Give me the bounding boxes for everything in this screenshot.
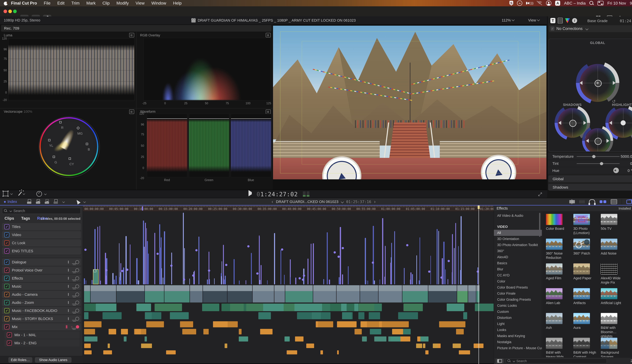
snapping-icon[interactable]: [600, 200, 606, 204]
waveform-settings-icon[interactable]: [266, 110, 271, 114]
connect-edit-button[interactable]: [26, 199, 32, 204]
audio-clip[interactable]: [84, 336, 98, 342]
connected-clip[interactable]: [452, 234, 453, 284]
connected-clip[interactable]: [209, 279, 210, 284]
connected-clip[interactable]: [342, 274, 343, 284]
role-row-eng-titles[interactable]: ✓ENG TITLES: [2, 248, 81, 254]
connected-clip[interactable]: [143, 220, 144, 284]
audio-clip[interactable]: [297, 312, 312, 319]
edit-roles-button[interactable]: Edit Roles…: [8, 357, 32, 363]
select-tool-button[interactable]: [75, 199, 80, 204]
clip-marker[interactable]: [298, 277, 301, 280]
audio-clip[interactable]: [391, 336, 400, 342]
audio-clip[interactable]: [239, 329, 242, 334]
connected-clip[interactable]: [114, 280, 115, 284]
role-checkbox[interactable]: ✓: [4, 248, 9, 254]
connected-clip[interactable]: [163, 278, 163, 284]
connected-clip[interactable]: [478, 267, 478, 284]
connected-clip[interactable]: [454, 248, 454, 284]
menu-clip[interactable]: Clip: [99, 1, 113, 6]
audio-clip[interactable]: [284, 336, 290, 342]
control-center-icon[interactable]: [598, 1, 604, 6]
menu-bar-date[interactable]: Fri 10 Nov: [607, 1, 626, 6]
audio-clip[interactable]: [463, 312, 467, 319]
audio-clip[interactable]: [337, 350, 339, 354]
storyline-clip[interactable]: [252, 285, 274, 302]
audio-clip[interactable]: [417, 336, 420, 342]
apple-menu-icon[interactable]: [4, 1, 8, 6]
audio-clip[interactable]: [342, 312, 352, 319]
connected-clip[interactable]: [138, 280, 139, 284]
effect-thumbnail[interactable]: [573, 338, 590, 349]
storyline-clip[interactable]: [84, 285, 90, 302]
effects-category-3d-photo-animation-toolkit[interactable]: 3D Photo Animation Toolkit: [494, 242, 542, 248]
storyline-clip[interactable]: [457, 285, 468, 302]
role-row-mix[interactable]: ✓Mix: [2, 323, 81, 330]
video-inspector-icon[interactable]: [558, 18, 563, 24]
role-row-audio-zoom[interactable]: ✓Audio - Zoom: [2, 299, 81, 306]
connected-clip[interactable]: [259, 236, 260, 284]
retime-tool-button[interactable]: [36, 191, 46, 197]
audio-clip[interactable]: [224, 344, 227, 348]
connected-clip[interactable]: [84, 278, 85, 284]
effect-thumbnail[interactable]: [601, 238, 617, 250]
connected-clip[interactable]: [189, 278, 190, 284]
audio-clip[interactable]: [318, 321, 333, 327]
play-button[interactable]: [248, 192, 252, 194]
playhead-handle[interactable]: [478, 206, 480, 209]
trim-icon[interactable]: [569, 200, 575, 203]
audio-clip[interactable]: [204, 329, 209, 334]
audio-clip[interactable]: [362, 336, 367, 342]
effect-thumbnail[interactable]: [546, 214, 562, 225]
connected-clip[interactable]: [430, 256, 431, 284]
audio-clip[interactable]: [202, 304, 220, 311]
connected-clip[interactable]: [130, 244, 130, 284]
effects-search-field[interactable]: Search: [506, 358, 607, 363]
audio-meter[interactable]: [303, 191, 306, 197]
effect-thumbnail[interactable]: [546, 264, 562, 274]
audio-clip[interactable]: [166, 350, 176, 354]
wifi-off-icon[interactable]: [537, 1, 542, 5]
clip-marker[interactable]: [192, 274, 194, 277]
connected-clip[interactable]: [290, 277, 291, 284]
timeline-project-switcher[interactable]: ‹ DRAFT GUARDI...CKED ON 061023 01:25:37…: [272, 198, 376, 205]
insert-edit-button[interactable]: [36, 199, 41, 204]
storyline-clip[interactable]: [428, 285, 457, 302]
audio-clip[interactable]: [447, 304, 464, 311]
audio-clip[interactable]: [260, 329, 272, 334]
connected-clip[interactable]: [368, 280, 368, 284]
timeline-ruler[interactable]: 00:00:00:0000:05:00:0000:10:00:0000:15:0…: [83, 206, 494, 212]
audio-clip[interactable]: [239, 336, 248, 342]
storyline-clip[interactable]: [90, 285, 116, 302]
connected-clip[interactable]: [412, 274, 413, 284]
creative-cloud-icon[interactable]: ∞: [517, 0, 522, 6]
audio-clip[interactable]: [108, 344, 110, 348]
role-row-titles[interactable]: ✓Titles: [2, 223, 81, 230]
connected-clip[interactable]: [221, 276, 222, 284]
connected-clip[interactable]: [410, 272, 412, 284]
connected-clip[interactable]: [214, 278, 215, 284]
storyline-clip[interactable]: [164, 285, 190, 302]
storyline-clip[interactable]: [468, 285, 476, 302]
storyline-clip[interactable]: [402, 285, 428, 302]
audio-clip[interactable]: [84, 344, 91, 348]
effect-thumbnail[interactable]: [601, 313, 617, 324]
audio-clip[interactable]: [121, 329, 128, 334]
effects-category-all[interactable]: All: [494, 230, 542, 236]
wheel-puck[interactable]: [594, 138, 602, 145]
audio-clip[interactable]: [104, 350, 106, 354]
audio-skimming-icon[interactable]: [580, 200, 584, 204]
connected-clip[interactable]: [348, 266, 348, 284]
effect-thumbnail[interactable]: [601, 288, 617, 299]
role-checkbox[interactable]: ✓: [4, 224, 9, 229]
audio-clip[interactable]: [146, 321, 164, 327]
audio-clip[interactable]: [180, 321, 193, 327]
close-window-button[interactable]: [4, 10, 7, 13]
clip-marker[interactable]: [170, 264, 172, 267]
connected-clip[interactable]: [329, 280, 330, 284]
index-tab-tags[interactable]: Tags: [21, 216, 30, 221]
connected-clip[interactable]: [146, 228, 147, 284]
show-audio-lanes-button[interactable]: Show Audio Lanes: [35, 357, 72, 363]
effect-thumbnail[interactable]: [601, 214, 617, 225]
audio-clip[interactable]: [320, 350, 323, 354]
